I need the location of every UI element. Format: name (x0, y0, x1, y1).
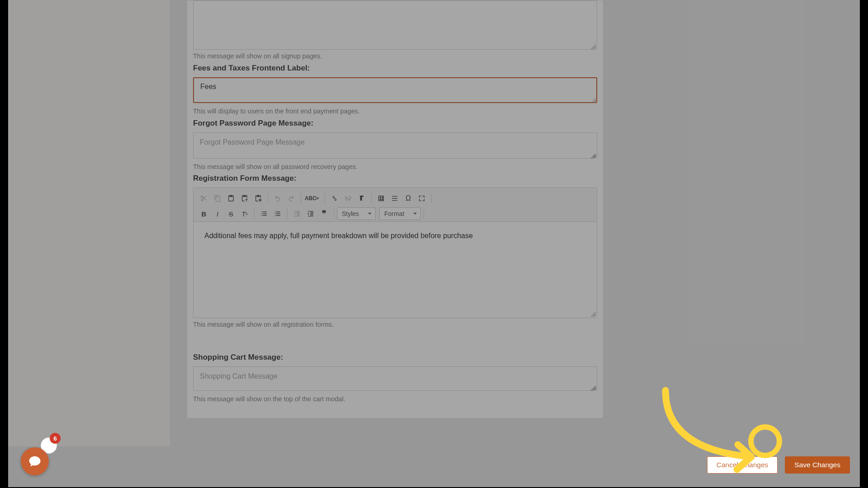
bulletlist-icon[interactable] (271, 207, 284, 221)
toolbar-separator (334, 209, 334, 219)
styles-select[interactable]: Styles (337, 207, 376, 220)
paste-text-icon[interactable] (238, 192, 251, 205)
fees-label-input[interactable] (193, 77, 597, 103)
chevron-down-icon (413, 213, 417, 215)
paste-icon[interactable] (224, 192, 238, 205)
italic-icon[interactable]: I (211, 207, 224, 221)
outdent-icon[interactable] (290, 207, 304, 221)
strike-icon[interactable]: S (224, 207, 238, 221)
fees-label-helper: This will display to users on the front … (193, 108, 597, 115)
registration-message-title: Registration Form Message: (193, 174, 597, 183)
toolbar-separator (254, 209, 255, 219)
indent-icon[interactable] (304, 207, 317, 221)
removeformat-icon[interactable]: Tx (238, 207, 251, 221)
toolbar-separator (431, 193, 432, 203)
registration-message-editor[interactable]: ABC Ω (193, 188, 597, 318)
unlink-icon[interactable] (341, 192, 355, 205)
blockquote-icon[interactable]: ❞ (317, 207, 331, 221)
table-icon[interactable] (374, 192, 388, 205)
forgot-password-helper: This message will show on all password r… (193, 163, 597, 170)
chat-icon (28, 455, 42, 468)
signup-message-group: This message will show on all signup pag… (193, 0, 597, 60)
maximize-icon[interactable] (415, 192, 429, 205)
shopping-cart-group: Shopping Cart Message: This message will… (193, 353, 597, 403)
anchor-icon[interactable] (355, 192, 368, 205)
shopping-cart-input[interactable] (193, 366, 597, 391)
forgot-password-input[interactable] (193, 132, 597, 159)
toolbar-separator (371, 193, 372, 203)
registration-message-helper: This message will show on all registrati… (193, 321, 597, 328)
chevron-down-icon (316, 197, 319, 200)
toolbar-separator (287, 209, 288, 219)
rte-toolbar: ABC Ω (193, 188, 597, 222)
registration-message-group: Registration Form Message: (193, 174, 597, 328)
shopping-cart-title: Shopping Cart Message: (193, 353, 597, 362)
toolbar-separator (424, 209, 424, 219)
fees-label-title: Fees and Taxes Frontend Label: (193, 64, 597, 73)
link-icon[interactable] (328, 192, 341, 205)
undo-icon[interactable] (271, 192, 284, 205)
specialchar-icon[interactable]: Ω (401, 192, 415, 205)
toolbar-separator (301, 193, 301, 203)
shopping-cart-helper: This message will show on the top of the… (193, 395, 597, 403)
left-sidebar (8, 0, 170, 446)
styles-select-label: Styles (342, 210, 359, 217)
fees-label-group: Fees and Taxes Frontend Label: This will… (193, 64, 597, 115)
bold-icon[interactable]: B (197, 207, 211, 221)
form-actions: Cancel Changes Save Changes (707, 456, 850, 474)
chat-badge: 6 (50, 433, 61, 444)
signup-message-helper: This message will show on all signup pag… (193, 52, 597, 60)
settings-card: This message will show on all signup pag… (187, 0, 604, 418)
hr-icon[interactable] (388, 192, 401, 205)
cancel-changes-button[interactable]: Cancel Changes (707, 456, 778, 474)
chevron-down-icon (368, 213, 372, 215)
format-select[interactable]: Format (379, 207, 421, 220)
save-changes-button[interactable]: Save Changes (785, 456, 850, 474)
chat-button[interactable] (21, 447, 49, 475)
toolbar-separator (268, 193, 268, 203)
format-select-label: Format (384, 210, 404, 217)
copy-icon[interactable] (211, 192, 224, 205)
toolbar-separator (325, 193, 325, 203)
redo-icon[interactable] (284, 192, 298, 205)
forgot-password-title: Forgot Password Page Message: (193, 119, 597, 128)
registration-message-content[interactable]: Additional fees may apply, full payment … (193, 222, 597, 318)
signup-message-editor[interactable] (193, 0, 597, 50)
forgot-password-group: Forgot Password Page Message: This messa… (193, 119, 597, 170)
cut-icon[interactable] (197, 192, 211, 205)
numberedlist-icon[interactable] (257, 207, 271, 221)
paste-word-icon[interactable] (251, 192, 265, 205)
